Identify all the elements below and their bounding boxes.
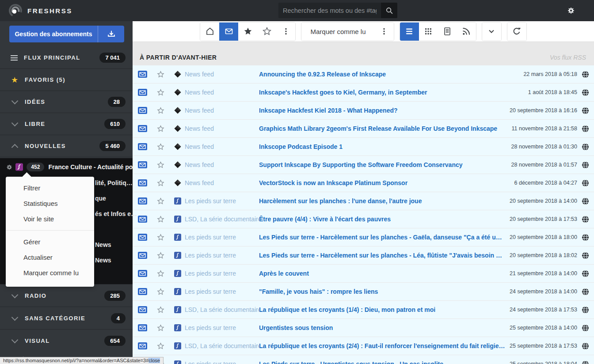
list-item[interactable]: Les pieds sur terre Les Pieds sur terre … [133, 228, 594, 246]
sidebar-category[interactable]: SANS CATÉGORIE 4 [0, 307, 133, 329]
list-item[interactable]: Les pieds sur terre "Famille, je vous ha… [133, 283, 594, 300]
star-toggle-icon[interactable] [156, 143, 165, 151]
unread-envelope-icon[interactable] [138, 125, 147, 132]
show-unread-button[interactable] [219, 23, 238, 41]
reader-view-button[interactable] [438, 23, 457, 41]
unread-envelope-icon[interactable] [138, 71, 147, 78]
list-item[interactable]: News feed Inkscope Podcast Episode 1 28 … [133, 138, 594, 155]
external-link-globe-icon[interactable] [582, 270, 589, 277]
manage-subscriptions-button[interactable]: Gestion des abonnements [9, 26, 98, 42]
context-menu-item[interactable]: Voir le site [6, 211, 94, 227]
external-link-globe-icon[interactable] [582, 324, 589, 332]
entry-title[interactable]: Urgentistes sous tension [259, 324, 510, 331]
star-toggle-icon[interactable] [156, 251, 165, 260]
list-item[interactable]: News feed Graphics Math Library 2geom's … [133, 120, 594, 137]
unread-envelope-icon[interactable] [138, 89, 147, 96]
entry-title[interactable]: Support Inkscape By Supporting the Softw… [259, 161, 511, 168]
star-toggle-icon[interactable] [156, 288, 165, 296]
show-read-button[interactable] [200, 23, 219, 41]
external-link-globe-icon[interactable] [582, 179, 589, 187]
entry-title[interactable]: Être pauvre (4/4) : Vivre à l'écart des … [259, 216, 510, 223]
external-link-globe-icon[interactable] [582, 234, 589, 241]
entry-title[interactable]: VectorStock is now an Inkscape Platinum … [259, 179, 514, 186]
unread-envelope-icon[interactable] [138, 179, 147, 186]
unread-envelope-icon[interactable] [138, 143, 147, 150]
context-menu-item[interactable]: Marquer comme lu [6, 265, 94, 281]
list-item[interactable]: News feed Inkscape Hackfest Kiel 2018 - … [133, 102, 594, 119]
external-link-globe-icon[interactable] [582, 89, 589, 96]
entry-title[interactable]: La république et les croyants (2/4) : Fa… [259, 342, 510, 349]
feed-settings-gear-icon[interactable] [6, 163, 13, 171]
unread-envelope-icon[interactable] [138, 234, 147, 241]
star-toggle-icon[interactable] [156, 342, 165, 350]
list-item[interactable]: LSD, La série documentaire La république… [133, 301, 594, 318]
sidebar-category[interactable]: RADIO 285 [0, 284, 133, 307]
list-item[interactable]: News feed Support Inkscape By Supporting… [133, 156, 594, 174]
star-toggle-icon[interactable] [156, 106, 165, 115]
sidebar-category[interactable]: LIBRE 610 [0, 113, 133, 135]
unread-envelope-icon[interactable] [138, 324, 147, 331]
star-toggle-icon[interactable] [156, 306, 165, 314]
unread-envelope-icon[interactable] [138, 252, 147, 259]
list-item[interactable]: Les pieds sur terre Les Pieds sur terre … [133, 355, 594, 364]
entry-title[interactable]: Announcing the 0.92.3 Release of Inkscap… [259, 71, 523, 78]
entry-title[interactable]: Les Pieds sur terre - Urgentistes sous t… [259, 360, 510, 364]
show-not-favorites-button[interactable] [257, 23, 276, 41]
context-menu-item[interactable]: Statistiques [6, 196, 94, 211]
unread-envelope-icon[interactable] [138, 342, 147, 349]
external-link-globe-icon[interactable] [582, 161, 589, 169]
sidebar-category[interactable]: VISUAL 654 [0, 329, 133, 352]
mark-as-read-button[interactable]: Marquer comme lu [301, 23, 374, 41]
unread-envelope-icon[interactable] [138, 107, 147, 114]
list-item[interactable]: LSD, La série documentaire Être pauvre (… [133, 210, 594, 228]
star-toggle-icon[interactable] [156, 179, 165, 187]
list-item[interactable]: LSD, La série documentaire La république… [133, 337, 594, 355]
mark-read-options-button[interactable] [375, 23, 394, 41]
settings-gear-icon[interactable] [567, 6, 575, 15]
star-toggle-icon[interactable] [156, 215, 165, 224]
filter-more-button[interactable] [276, 23, 295, 41]
external-link-globe-icon[interactable] [582, 288, 589, 296]
external-link-globe-icon[interactable] [582, 216, 589, 223]
unread-envelope-icon[interactable] [138, 216, 147, 223]
search-button[interactable] [381, 3, 397, 18]
grid-view-button[interactable] [419, 23, 438, 41]
sidebar-category[interactable]: FLUX PRINCIPAL 7 041 [0, 47, 133, 69]
star-toggle-icon[interactable] [156, 269, 165, 278]
sidebar-feed-france-culture[interactable]: 452 France Culture - Actualité politi… [0, 158, 133, 176]
list-item[interactable]: News feed Announcing the 0.92.3 Release … [133, 65, 594, 83]
unread-envelope-icon[interactable] [138, 197, 147, 205]
unread-envelope-icon[interactable] [138, 270, 147, 277]
sidebar-category[interactable]: IDÉES 28 [0, 91, 133, 113]
unread-envelope-icon[interactable] [138, 161, 147, 168]
entry-title[interactable]: "Famille, je vous hais" : rompre les lie… [259, 288, 510, 295]
list-item[interactable]: Les pieds sur terre Harcèlement sur les … [133, 192, 594, 210]
show-favorites-button[interactable] [238, 23, 257, 41]
star-toggle-icon[interactable] [156, 233, 165, 242]
external-link-globe-icon[interactable] [582, 360, 589, 364]
entry-title[interactable]: Inkscope Podcast Episode 1 [259, 143, 511, 150]
external-link-globe-icon[interactable] [582, 71, 589, 78]
star-toggle-icon[interactable] [156, 88, 165, 97]
entry-title[interactable]: La république et les croyants (1/4) : Di… [259, 306, 510, 313]
star-toggle-icon[interactable] [156, 197, 165, 205]
rss-view-button[interactable] [457, 23, 476, 41]
list-item[interactable]: Les pieds sur terre Urgentistes sous ten… [133, 319, 594, 337]
refresh-button[interactable] [507, 23, 526, 41]
external-link-globe-icon[interactable] [582, 197, 589, 205]
star-toggle-icon[interactable] [156, 70, 165, 79]
external-link-globe-icon[interactable] [582, 342, 589, 350]
external-link-globe-icon[interactable] [582, 143, 589, 151]
entry-title[interactable]: Inkscape Hackfest Kiel 2018 - What Happe… [259, 107, 510, 114]
entry-title[interactable]: Après le couvent [259, 270, 510, 277]
list-view-button[interactable] [400, 23, 419, 41]
list-item[interactable]: Les pieds sur terre Les Pieds sur terre … [133, 246, 594, 264]
context-menu-item[interactable]: Actualiser [6, 250, 94, 265]
sidebar-category[interactable]: FAVORIS (5) [0, 69, 133, 91]
context-menu-item[interactable]: Gérer [6, 234, 94, 250]
star-toggle-icon[interactable] [156, 125, 165, 133]
star-toggle-icon[interactable] [156, 324, 165, 332]
search-input[interactable] [278, 3, 381, 18]
unread-envelope-icon[interactable] [138, 288, 147, 295]
entry-title[interactable]: Inkscape's Hackfest goes to Kiel, German… [259, 89, 528, 96]
